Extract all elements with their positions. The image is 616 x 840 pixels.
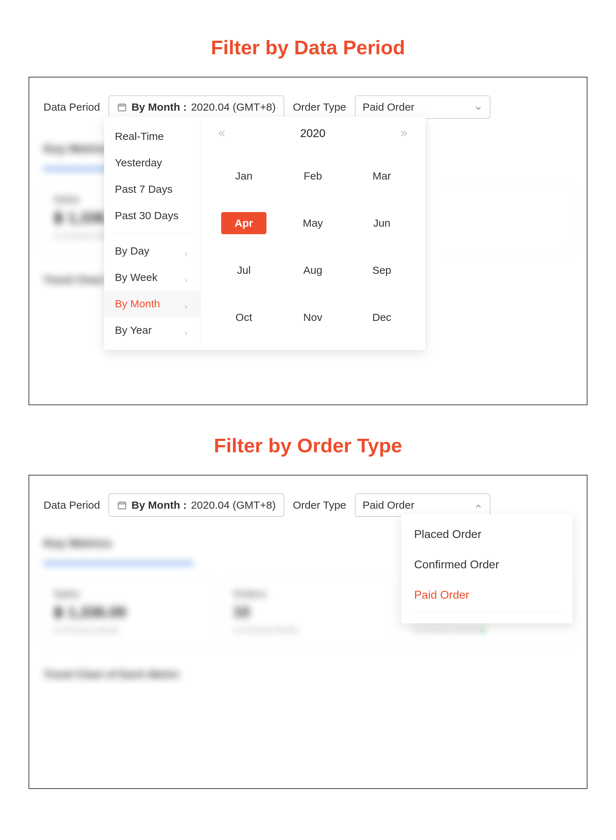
chevron-right-icon bbox=[183, 301, 189, 307]
svg-rect-0 bbox=[119, 104, 126, 111]
period-value: 2020.04 (GMT+8) bbox=[191, 499, 276, 511]
order-type-value: Paid Order bbox=[363, 101, 415, 113]
month-may[interactable]: May bbox=[283, 212, 342, 234]
preset-by-year[interactable]: By Year bbox=[104, 317, 200, 343]
month-sep[interactable]: Sep bbox=[353, 259, 411, 281]
svg-rect-1 bbox=[119, 502, 126, 509]
order-type-dropdown[interactable]: Paid Order bbox=[355, 95, 490, 119]
panel-order-type: Key Metrics Sales ฿ 1,336.09 vs Previous… bbox=[29, 475, 587, 789]
chevron-up-icon bbox=[474, 501, 483, 509]
month-mar[interactable]: Mar bbox=[353, 165, 411, 187]
month-nov[interactable]: Nov bbox=[283, 306, 342, 328]
data-period-label: Data Period bbox=[44, 499, 100, 511]
chevron-right-icon bbox=[183, 274, 189, 281]
month-jan[interactable]: Jan bbox=[215, 165, 273, 187]
calendar-icon bbox=[117, 500, 127, 510]
order-type-label: Order Type bbox=[293, 101, 346, 113]
data-period-label: Data Period bbox=[44, 101, 100, 113]
panel-data-period: Key Metrics Sales ฿ 1,336.09 vs Previous… bbox=[29, 77, 587, 405]
preset-past-30-days[interactable]: Past 30 Days bbox=[104, 202, 200, 229]
calendar-icon bbox=[117, 102, 127, 112]
prev-year-button[interactable] bbox=[217, 128, 227, 138]
preset-by-day[interactable]: By Day bbox=[104, 238, 200, 264]
order-type-label: Order Type bbox=[293, 499, 346, 511]
data-period-selector[interactable]: By Month : 2020.04 (GMT+8) bbox=[109, 95, 284, 119]
preset-past-7-days[interactable]: Past 7 Days bbox=[104, 176, 200, 202]
year-row: 2020 bbox=[211, 127, 415, 151]
month-apr[interactable]: Apr bbox=[221, 212, 267, 234]
data-period-selector[interactable]: By Month : 2020.04 (GMT+8) bbox=[109, 493, 284, 517]
month-grid: Jan Feb Mar Apr May Jun Jul Aug Sep Oct … bbox=[211, 151, 415, 332]
order-type-value: Paid Order bbox=[363, 499, 415, 511]
preset-real-time[interactable]: Real-Time bbox=[104, 123, 200, 150]
month-picker-pane: 2020 Jan Feb Mar Apr May Jun Jul Aug Sep… bbox=[201, 117, 425, 350]
preset-by-week[interactable]: By Week bbox=[104, 264, 200, 291]
preset-list: Real-Time Yesterday Past 7 Days Past 30 … bbox=[104, 117, 201, 350]
order-type-option-confirmed[interactable]: Confirmed Order bbox=[401, 549, 572, 580]
month-aug[interactable]: Aug bbox=[283, 259, 342, 281]
month-oct[interactable]: Oct bbox=[215, 306, 273, 328]
period-mode: By Month : bbox=[131, 101, 186, 113]
period-value: 2020.04 (GMT+8) bbox=[191, 101, 276, 113]
order-type-dropdown[interactable]: Paid Order bbox=[355, 493, 490, 517]
preset-by-month[interactable]: By Month bbox=[104, 291, 200, 317]
year-label: 2020 bbox=[300, 127, 325, 140]
chevron-down-icon bbox=[474, 103, 483, 111]
section-title-order-type: Filter by Order Type bbox=[29, 434, 587, 457]
order-type-option-placed[interactable]: Placed Order bbox=[401, 519, 572, 549]
section-title-data-period: Filter by Data Period bbox=[29, 36, 587, 59]
chevron-right-icon bbox=[183, 327, 189, 334]
popover-divider bbox=[412, 612, 562, 612]
chevron-right-icon bbox=[183, 248, 189, 254]
order-type-popover: Placed Order Confirmed Order Paid Order bbox=[401, 514, 572, 623]
preset-divider bbox=[113, 233, 192, 234]
preset-yesterday[interactable]: Yesterday bbox=[104, 150, 200, 176]
next-year-button[interactable] bbox=[399, 128, 409, 138]
month-jun[interactable]: Jun bbox=[353, 212, 411, 234]
period-mode: By Month : bbox=[131, 499, 186, 511]
order-type-option-paid[interactable]: Paid Order bbox=[401, 580, 572, 610]
month-feb[interactable]: Feb bbox=[283, 165, 342, 187]
month-dec[interactable]: Dec bbox=[353, 306, 411, 328]
month-jul[interactable]: Jul bbox=[215, 259, 273, 281]
date-period-popover: Real-Time Yesterday Past 7 Days Past 30 … bbox=[104, 117, 425, 350]
